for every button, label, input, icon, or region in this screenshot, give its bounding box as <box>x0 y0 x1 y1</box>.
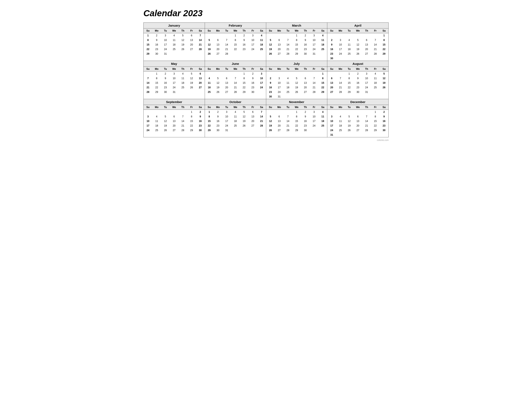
day-cell: 14 <box>336 81 345 85</box>
day-cell: 30 <box>196 128 205 133</box>
day-cell: 17 <box>257 81 266 85</box>
day-cell: 16 <box>301 42 310 47</box>
day-cell: 23 <box>196 124 205 128</box>
day-header-tu: Tu <box>345 67 353 71</box>
day-cell: 24 <box>248 47 257 52</box>
day-cell <box>179 52 187 56</box>
week-row: 262728293031 <box>266 52 327 56</box>
day-cell: 30 <box>301 52 310 56</box>
week-row: 78910111213 <box>144 76 205 81</box>
day-cell: 18 <box>170 42 179 47</box>
day-cell <box>179 110 187 115</box>
day-cell: 22 <box>231 47 240 52</box>
day-cell <box>336 71 345 76</box>
day-cell: 12 <box>240 114 248 119</box>
day-cell: 24 <box>170 85 179 90</box>
day-cell: 16 <box>380 119 388 124</box>
day-cell: 31 <box>327 133 336 137</box>
day-cell: 30 <box>353 90 362 94</box>
day-cell <box>214 71 222 76</box>
day-cell <box>327 33 336 38</box>
day-cell: 20 <box>196 81 205 85</box>
day-cell: 9 <box>353 76 362 81</box>
day-header-tu: Tu <box>222 105 231 110</box>
day-cell: 6 <box>187 33 196 38</box>
day-cell: 21 <box>284 124 292 128</box>
day-cell: 3 <box>362 71 371 76</box>
day-cell: 18 <box>318 42 327 47</box>
day-cell <box>187 90 196 94</box>
day-header-tu: Tu <box>284 105 292 110</box>
week-row: 293031 <box>205 128 266 133</box>
day-cell <box>266 110 275 115</box>
day-cell <box>362 110 371 115</box>
day-cell: 24 <box>362 85 371 90</box>
week-row: 1234567 <box>205 110 266 115</box>
week-row: 1 <box>327 33 388 38</box>
day-cell: 2 <box>248 71 257 76</box>
day-cell: 12 <box>179 38 187 42</box>
day-cell: 29 <box>187 128 196 133</box>
day-cell <box>152 110 161 115</box>
day-cell: 14 <box>231 81 240 85</box>
day-cell: 9 <box>301 38 310 42</box>
day-cell: 21 <box>231 85 240 90</box>
day-header-fr: Fr <box>187 29 196 33</box>
day-cell: 24 <box>336 52 345 56</box>
day-cell: 3 <box>248 33 257 38</box>
day-cell: 9 <box>161 76 170 81</box>
month-title-january: January <box>144 23 205 29</box>
day-cell: 20 <box>327 85 336 90</box>
day-cell: 4 <box>318 110 327 115</box>
day-cell: 3 <box>310 110 318 115</box>
day-cell: 25 <box>152 128 161 133</box>
day-cell: 1 <box>144 33 152 38</box>
day-cell <box>371 56 380 61</box>
day-header-sa: Sa <box>257 67 266 71</box>
day-cell: 18 <box>257 42 266 47</box>
day-header-tu: Tu <box>222 29 231 33</box>
day-cell: 13 <box>327 81 336 85</box>
day-cell: 2 <box>353 71 362 76</box>
day-cell: 14 <box>310 81 318 85</box>
day-cell: 22 <box>318 85 327 90</box>
day-cell: 31 <box>275 94 284 99</box>
month-title-april: April <box>327 23 388 29</box>
week-row: 30 <box>327 56 388 61</box>
day-cell <box>345 110 353 115</box>
day-cell: 29 <box>318 90 327 94</box>
day-header-fr: Fr <box>310 67 318 71</box>
day-cell <box>353 33 362 38</box>
day-cell: 15 <box>292 42 301 47</box>
day-cell: 29 <box>152 90 161 94</box>
day-cell: 15 <box>187 119 196 124</box>
day-header-mo: Mo <box>214 67 222 71</box>
day-cell: 26 <box>179 47 187 52</box>
day-cell: 16 <box>301 119 310 124</box>
day-header-fr: Fr <box>371 105 380 110</box>
day-cell: 27 <box>275 52 284 56</box>
day-header-th: Th <box>240 29 248 33</box>
day-cell: 4 <box>336 114 345 119</box>
day-cell: 11 <box>231 114 240 119</box>
day-cell: 19 <box>345 124 353 128</box>
day-header-fr: Fr <box>371 29 380 33</box>
day-cell: 27 <box>187 47 196 52</box>
day-cell: 15 <box>152 81 161 85</box>
day-cell: 28 <box>179 128 187 133</box>
day-cell <box>257 128 266 133</box>
week-row: 14151617181920 <box>144 81 205 85</box>
week-row: 9101112131415 <box>266 81 327 85</box>
day-cell <box>380 90 388 94</box>
day-header-mo: Mo <box>214 29 222 33</box>
day-cell <box>187 52 196 56</box>
day-cell: 17 <box>170 81 179 85</box>
day-cell: 15 <box>144 42 152 47</box>
day-header-th: Th <box>362 29 371 33</box>
day-cell <box>266 33 275 38</box>
day-cell: 30 <box>248 90 257 94</box>
day-cell: 12 <box>380 76 388 81</box>
day-cell: 14 <box>362 119 371 124</box>
week-row: 1234 <box>205 33 266 38</box>
day-cell: 9 <box>248 76 257 81</box>
